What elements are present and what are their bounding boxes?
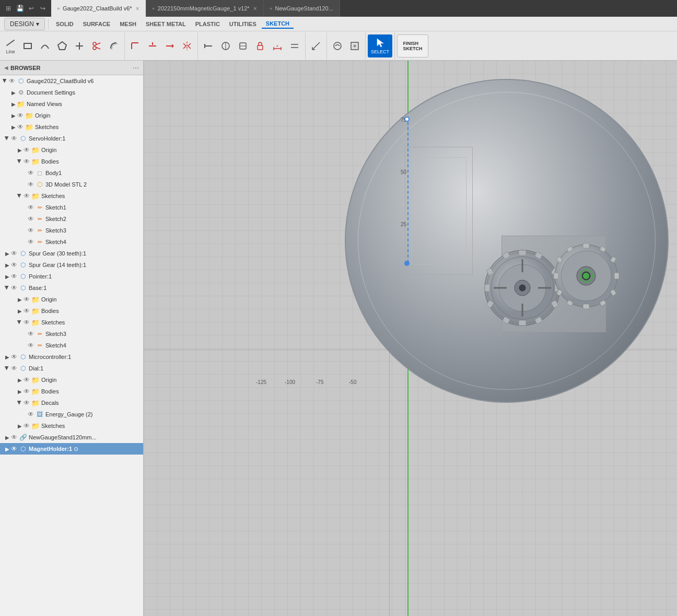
tab-surface[interactable]: SURFACE bbox=[79, 20, 115, 28]
tab-2[interactable]: ▫ NewGaugeStand120... bbox=[264, 0, 340, 17]
sh-sketches-arrow[interactable]: ▶ bbox=[17, 193, 23, 199]
tree-item-3dmodel[interactable]: 👁 ⬡ 3D Model STL 2 bbox=[0, 179, 143, 190]
tree-item-sketch4a[interactable]: 👁 ✏ Sketch4 bbox=[0, 236, 143, 248]
constraint3-btn[interactable] bbox=[235, 34, 251, 57]
offset-btn[interactable] bbox=[106, 34, 122, 57]
dial-sketches-eye[interactable]: 👁 bbox=[23, 423, 30, 428]
base-bodies-eye[interactable]: 👁 bbox=[23, 308, 30, 313]
tree-item-sh-bodies[interactable]: ▶ 👁 📁 Bodies bbox=[0, 156, 143, 167]
microcontroller-arrow[interactable]: ▶ bbox=[4, 354, 10, 360]
dial-bodies-arrow[interactable]: ▶ bbox=[17, 388, 23, 394]
tree-item-dial-bodies[interactable]: ▶ 👁 📁 Bodies bbox=[0, 386, 143, 397]
line-tool-btn[interactable]: Line bbox=[2, 34, 19, 57]
dial-origin-eye[interactable]: 👁 bbox=[23, 377, 30, 382]
scissors-btn[interactable] bbox=[88, 34, 105, 57]
select-btn[interactable]: SELECT bbox=[368, 34, 392, 57]
magnetholder-arrow[interactable]: ▶ bbox=[4, 446, 10, 452]
tree-item-microcontroller[interactable]: ▶ 👁 ⬡ Microcontroller:1 bbox=[0, 351, 143, 363]
redo-icon[interactable]: ↪ bbox=[39, 4, 47, 13]
constraint1-btn[interactable] bbox=[200, 34, 217, 57]
tab-0-close[interactable]: ✕ bbox=[135, 6, 139, 11]
sketch4a-eye[interactable]: 👁 bbox=[27, 239, 34, 245]
tab-plastic[interactable]: PLASTIC bbox=[191, 20, 224, 28]
tree-item-sketch3a[interactable]: 👁 ✏ Sketch3 bbox=[0, 225, 143, 236]
tree-item-base-sketches[interactable]: ▶ 👁 📁 Sketches bbox=[0, 317, 143, 328]
tab-0[interactable]: ▫ Gauge2022_ClaatBuild v6* ✕ bbox=[51, 0, 146, 17]
dial-origin-arrow[interactable]: ▶ bbox=[17, 377, 23, 383]
pointer-arrow[interactable]: ▶ bbox=[4, 273, 10, 280]
extend-btn[interactable] bbox=[161, 34, 178, 57]
sketch1-eye[interactable]: 👁 bbox=[27, 205, 34, 210]
tab-1-close[interactable]: ✕ bbox=[253, 6, 257, 11]
tree-item-dial-origin[interactable]: ▶ 👁 📁 Origin bbox=[0, 374, 143, 386]
tree-item-origin[interactable]: ▶ 👁 📁 Origin bbox=[0, 110, 143, 121]
dial-bodies-eye[interactable]: 👁 bbox=[23, 389, 30, 394]
dial-decals-arrow[interactable]: ▶ bbox=[17, 400, 23, 406]
trim-btn[interactable] bbox=[144, 34, 161, 57]
sh-origin-eye[interactable]: 👁 bbox=[23, 147, 30, 153]
3dmodel-eye[interactable]: 👁 bbox=[27, 182, 34, 187]
spurgear30-arrow[interactable]: ▶ bbox=[4, 250, 10, 257]
save-icon[interactable]: 💾 bbox=[16, 4, 24, 13]
canvas-area[interactable]: -125 -100 -75 -50 75 50 25 bbox=[144, 61, 677, 616]
pointer-eye[interactable]: 👁 bbox=[10, 274, 18, 279]
servoholder-eye[interactable]: 👁 bbox=[10, 136, 18, 141]
base-origin-arrow[interactable]: ▶ bbox=[17, 296, 23, 303]
tab-sketch[interactable]: SKETCH bbox=[262, 19, 294, 29]
tree-item-sketch2[interactable]: 👁 ✏ Sketch2 bbox=[0, 213, 143, 225]
arc-tool-btn[interactable] bbox=[37, 34, 53, 57]
tab-1[interactable]: ▫ 2022150mmMagneticGauge_1 v12* ✕ bbox=[146, 0, 264, 17]
dimension-btn[interactable]: d bbox=[269, 34, 286, 57]
dial-arrow[interactable]: ▶ bbox=[4, 365, 10, 371]
fillet-btn[interactable] bbox=[127, 34, 144, 57]
sketches-top-eye[interactable]: 👁 bbox=[17, 124, 24, 130]
servoholder-arrow[interactable]: ▶ bbox=[4, 135, 10, 142]
origin-arrow[interactable]: ▶ bbox=[10, 112, 17, 119]
tree-item-sketches-top[interactable]: ▶ 👁 📁 Sketches bbox=[0, 121, 143, 133]
body1-eye[interactable]: 👁 bbox=[27, 170, 34, 176]
origin-eye-icon[interactable]: 👁 bbox=[17, 113, 24, 118]
tree-item-spurgear14[interactable]: ▶ 👁 ⬡ Spur Gear (14 teeth):1 bbox=[0, 259, 143, 271]
sh-bodies-arrow[interactable]: ▶ bbox=[17, 158, 23, 165]
sketch2-eye[interactable]: 👁 bbox=[27, 216, 34, 222]
app-grid-icon[interactable]: ⊞ bbox=[4, 4, 13, 13]
design-dropdown-btn[interactable]: DESIGN ▾ bbox=[4, 18, 45, 30]
tree-item-body1[interactable]: 👁 ◻ Body1 bbox=[0, 167, 143, 179]
tree-item-base[interactable]: ▶ 👁 ⬡ Base:1 bbox=[0, 282, 143, 294]
tree-item-doc-settings[interactable]: ▶ ⚙ Document Settings bbox=[0, 87, 143, 98]
named-views-arrow[interactable]: ▶ bbox=[10, 101, 17, 107]
root-eye-icon[interactable]: 👁 bbox=[8, 78, 16, 84]
tree-item-sketch1[interactable]: 👁 ✏ Sketch1 bbox=[0, 202, 143, 213]
tree-root[interactable]: ▶ 👁 ⬡ Gauge2022_ClaatBuild v6 bbox=[0, 75, 143, 87]
sh-bodies-eye[interactable]: 👁 bbox=[23, 159, 30, 164]
base-sketches-arrow[interactable]: ▶ bbox=[17, 319, 23, 326]
tree-item-spurgear30[interactable]: ▶ 👁 ⬡ Spur Gear (30 teeth):1 bbox=[0, 248, 143, 259]
mirror-btn[interactable] bbox=[179, 34, 195, 57]
newgaugestand-eye[interactable]: 👁 bbox=[10, 435, 18, 440]
base-arrow[interactable]: ▶ bbox=[4, 285, 10, 291]
tree-item-named-views[interactable]: ▶ 📁 Named Views bbox=[0, 98, 143, 110]
base-sketches-eye[interactable]: 👁 bbox=[23, 320, 30, 325]
insert1-btn[interactable] bbox=[329, 34, 346, 57]
sh-origin-arrow[interactable]: ▶ bbox=[17, 147, 23, 153]
tree-item-base-bodies[interactable]: ▶ 👁 📁 Bodies bbox=[0, 305, 143, 317]
measure-btn[interactable] bbox=[308, 34, 324, 57]
spurgear14-eye[interactable]: 👁 bbox=[10, 262, 18, 268]
lock-btn[interactable] bbox=[252, 34, 269, 57]
constraint-more-btn[interactable] bbox=[286, 34, 303, 57]
sketch3b-eye[interactable]: 👁 bbox=[27, 331, 34, 336]
tree-item-dial-sketches[interactable]: ▶ 👁 📁 Sketches bbox=[0, 420, 143, 432]
sidebar-collapse-icon[interactable]: ◀ bbox=[4, 65, 8, 71]
tree-item-sketch4b[interactable]: 👁 ✏ Sketch4 bbox=[0, 340, 143, 351]
tree-item-sh-origin[interactable]: ▶ 👁 📁 Origin bbox=[0, 144, 143, 156]
base-origin-eye[interactable]: 👁 bbox=[23, 297, 30, 302]
spurgear30-eye[interactable]: 👁 bbox=[10, 251, 18, 256]
tree-item-dial-decals[interactable]: ▶ 👁 📁 Decals bbox=[0, 397, 143, 409]
tree-item-base-origin[interactable]: ▶ 👁 📁 Origin bbox=[0, 294, 143, 305]
tree-item-dial[interactable]: ▶ 👁 ⬡ Dial:1 bbox=[0, 363, 143, 374]
spurgear14-arrow[interactable]: ▶ bbox=[4, 262, 10, 268]
constraint2-btn[interactable] bbox=[217, 34, 234, 57]
sketches-top-arrow[interactable]: ▶ bbox=[10, 124, 17, 130]
sh-sketches-eye[interactable]: 👁 bbox=[23, 193, 30, 199]
dial-eye[interactable]: 👁 bbox=[10, 366, 18, 371]
